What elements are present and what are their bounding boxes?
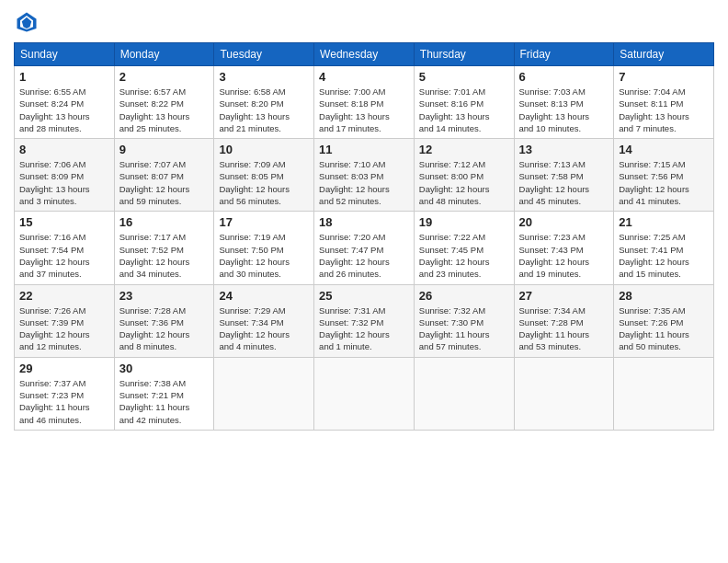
day-info: Sunrise: 7:10 AM Sunset: 8:03 PM Dayligh… [319,158,409,207]
calendar-cell: 8Sunrise: 7:06 AM Sunset: 8:09 PM Daylig… [15,139,115,212]
calendar-cell: 7Sunrise: 7:04 AM Sunset: 8:11 PM Daylig… [614,66,714,139]
logo [14,9,41,35]
day-info: Sunrise: 7:23 AM Sunset: 7:43 PM Dayligh… [519,231,609,280]
calendar-cell [214,357,314,430]
col-monday: Monday [114,43,214,66]
day-number: 25 [319,289,409,303]
calendar-cell: 15Sunrise: 7:16 AM Sunset: 7:54 PM Dayli… [15,212,115,284]
calendar-cell: 1Sunrise: 6:55 AM Sunset: 8:24 PM Daylig… [15,66,115,139]
calendar-week-row: 29Sunrise: 7:37 AM Sunset: 7:23 PM Dayli… [15,357,714,430]
day-number: 29 [19,362,109,375]
day-number: 16 [119,215,210,229]
calendar-cell: 16Sunrise: 7:17 AM Sunset: 7:52 PM Dayli… [114,212,214,284]
day-number: 13 [519,143,609,156]
calendar-cell: 24Sunrise: 7:29 AM Sunset: 7:34 PM Dayli… [214,284,314,357]
day-info: Sunrise: 7:12 AM Sunset: 8:00 PM Dayligh… [419,158,509,207]
day-info: Sunrise: 7:09 AM Sunset: 8:05 PM Dayligh… [219,158,309,207]
calendar-cell: 26Sunrise: 7:32 AM Sunset: 7:30 PM Dayli… [414,284,514,357]
day-number: 21 [619,215,709,229]
calendar-cell: 3Sunrise: 6:58 AM Sunset: 8:20 PM Daylig… [214,66,314,139]
day-number: 27 [519,289,609,303]
day-info: Sunrise: 7:34 AM Sunset: 7:28 PM Dayligh… [519,304,609,353]
col-friday: Friday [514,43,614,66]
day-info: Sunrise: 7:07 AM Sunset: 8:07 PM Dayligh… [119,158,210,207]
calendar-cell: 6Sunrise: 7:03 AM Sunset: 8:13 PM Daylig… [514,66,614,139]
day-info: Sunrise: 7:28 AM Sunset: 7:36 PM Dayligh… [119,304,210,353]
day-info: Sunrise: 7:19 AM Sunset: 7:50 PM Dayligh… [219,231,309,280]
day-info: Sunrise: 7:01 AM Sunset: 8:16 PM Dayligh… [419,86,509,134]
day-info: Sunrise: 7:00 AM Sunset: 8:18 PM Dayligh… [319,86,409,134]
calendar-cell: 29Sunrise: 7:37 AM Sunset: 7:23 PM Dayli… [15,357,115,430]
day-number: 11 [319,143,409,156]
day-number: 30 [119,362,210,375]
calendar-cell [514,357,614,430]
calendar-cell: 12Sunrise: 7:12 AM Sunset: 8:00 PM Dayli… [414,139,514,212]
day-number: 2 [119,70,210,84]
calendar-cell: 27Sunrise: 7:34 AM Sunset: 7:28 PM Dayli… [514,284,614,357]
calendar-cell: 21Sunrise: 7:25 AM Sunset: 7:41 PM Dayli… [614,212,714,284]
day-info: Sunrise: 7:16 AM Sunset: 7:54 PM Dayligh… [19,231,109,280]
day-info: Sunrise: 7:37 AM Sunset: 7:23 PM Dayligh… [19,377,109,426]
day-info: Sunrise: 7:38 AM Sunset: 7:21 PM Dayligh… [119,377,210,426]
calendar-cell: 20Sunrise: 7:23 AM Sunset: 7:43 PM Dayli… [514,212,614,284]
calendar-week-row: 15Sunrise: 7:16 AM Sunset: 7:54 PM Dayli… [15,212,714,284]
day-number: 19 [419,215,509,229]
day-number: 26 [419,289,509,303]
day-info: Sunrise: 7:15 AM Sunset: 7:56 PM Dayligh… [619,158,709,207]
calendar-cell: 10Sunrise: 7:09 AM Sunset: 8:05 PM Dayli… [214,139,314,212]
calendar-cell: 2Sunrise: 6:57 AM Sunset: 8:22 PM Daylig… [114,66,214,139]
day-number: 18 [319,215,409,229]
day-number: 5 [419,70,509,84]
day-info: Sunrise: 7:32 AM Sunset: 7:30 PM Dayligh… [419,304,509,353]
day-info: Sunrise: 7:35 AM Sunset: 7:26 PM Dayligh… [619,304,709,353]
calendar-week-row: 1Sunrise: 6:55 AM Sunset: 8:24 PM Daylig… [15,66,714,139]
calendar-cell: 23Sunrise: 7:28 AM Sunset: 7:36 PM Dayli… [114,284,214,357]
col-thursday: Thursday [414,43,514,66]
calendar-cell [414,357,514,430]
calendar-cell [614,357,714,430]
logo-icon [14,9,40,35]
calendar-cell: 18Sunrise: 7:20 AM Sunset: 7:47 PM Dayli… [314,212,415,284]
calendar-cell: 9Sunrise: 7:07 AM Sunset: 8:07 PM Daylig… [114,139,214,212]
col-sunday: Sunday [15,43,115,66]
calendar-week-row: 8Sunrise: 7:06 AM Sunset: 8:09 PM Daylig… [15,139,714,212]
day-number: 15 [19,215,109,229]
calendar-cell: 28Sunrise: 7:35 AM Sunset: 7:26 PM Dayli… [614,284,714,357]
day-info: Sunrise: 7:22 AM Sunset: 7:45 PM Dayligh… [419,231,509,280]
day-number: 10 [219,143,309,156]
col-tuesday: Tuesday [214,43,314,66]
header [14,9,714,35]
day-number: 12 [419,143,509,156]
day-number: 1 [19,70,109,84]
calendar-table: Sunday Monday Tuesday Wednesday Thursday… [14,42,714,431]
day-info: Sunrise: 7:03 AM Sunset: 8:13 PM Dayligh… [519,86,609,134]
calendar-cell: 17Sunrise: 7:19 AM Sunset: 7:50 PM Dayli… [214,212,314,284]
day-number: 28 [619,289,709,303]
day-number: 22 [19,289,109,303]
day-number: 7 [619,70,709,84]
day-info: Sunrise: 7:25 AM Sunset: 7:41 PM Dayligh… [619,231,709,280]
day-info: Sunrise: 7:20 AM Sunset: 7:47 PM Dayligh… [319,231,409,280]
calendar-cell: 30Sunrise: 7:38 AM Sunset: 7:21 PM Dayli… [114,357,214,430]
day-number: 6 [519,70,609,84]
calendar-header-row: Sunday Monday Tuesday Wednesday Thursday… [15,43,714,66]
day-number: 20 [519,215,609,229]
day-number: 9 [119,143,210,156]
day-info: Sunrise: 6:55 AM Sunset: 8:24 PM Dayligh… [19,86,109,134]
day-info: Sunrise: 7:13 AM Sunset: 7:58 PM Dayligh… [519,158,609,207]
col-wednesday: Wednesday [314,43,415,66]
day-number: 4 [319,70,409,84]
calendar-cell: 22Sunrise: 7:26 AM Sunset: 7:39 PM Dayli… [15,284,115,357]
calendar-container: Sunday Monday Tuesday Wednesday Thursday… [0,0,728,563]
day-number: 8 [19,143,109,156]
day-info: Sunrise: 6:57 AM Sunset: 8:22 PM Dayligh… [119,86,210,134]
col-saturday: Saturday [614,43,714,66]
day-info: Sunrise: 7:04 AM Sunset: 8:11 PM Dayligh… [619,86,709,134]
calendar-cell [314,357,415,430]
calendar-cell: 5Sunrise: 7:01 AM Sunset: 8:16 PM Daylig… [414,66,514,139]
day-info: Sunrise: 7:06 AM Sunset: 8:09 PM Dayligh… [19,158,109,207]
calendar-cell: 11Sunrise: 7:10 AM Sunset: 8:03 PM Dayli… [314,139,415,212]
day-info: Sunrise: 7:26 AM Sunset: 7:39 PM Dayligh… [19,304,109,353]
day-info: Sunrise: 7:17 AM Sunset: 7:52 PM Dayligh… [119,231,210,280]
calendar-cell: 25Sunrise: 7:31 AM Sunset: 7:32 PM Dayli… [314,284,415,357]
